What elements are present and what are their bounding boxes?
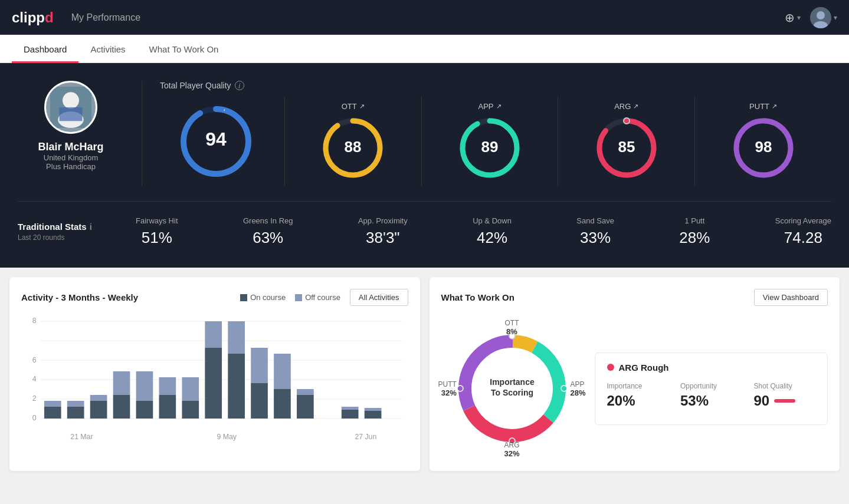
add-button[interactable]: ⊕ ▾ [785,11,801,25]
stat-items: Fairways Hit 51% Greens In Reg 63% App. … [136,216,831,247]
opportunity-label: Opportunity [680,382,742,390]
scoring-average-value: 74.28 [775,229,831,247]
fairways-hit-value: 51% [136,229,178,247]
svg-rect-60 [297,389,314,395]
up-down-value: 42% [473,229,512,247]
add-chevron: ▾ [797,14,801,22]
legend-on-course-icon [240,294,247,301]
svg-rect-38 [44,401,61,407]
header: clippd My Performance ⊕ ▾ ▾ [0,0,849,35]
hero-top: Blair McHarg United Kingdom Plus Handica… [18,81,831,186]
chart-title: Activity - 3 Months - Weekly [21,292,138,302]
player-info: Blair McHarg United Kingdom Plus Handica… [18,81,136,186]
header-right: ⊕ ▾ ▾ [785,7,837,28]
svg-text:9 May: 9 May [217,433,237,441]
arg-arrow: ↗ [633,103,638,110]
svg-rect-58 [274,354,291,389]
svg-rect-56 [251,348,268,383]
svg-rect-24 [240,294,247,301]
stat-scoring-average: Scoring Average 74.28 [775,216,831,247]
putt-label: PUTT ↗ [749,102,777,111]
player-country: United Kingdom [44,153,99,162]
gauge-app-svg: 89 [457,116,522,180]
svg-rect-55 [251,383,268,419]
svg-text:21 Mar: 21 Mar [70,433,93,441]
app-proximity-label: App. Proximity [358,216,408,225]
tab-activities[interactable]: Activities [78,37,137,63]
all-activities-button[interactable]: All Activities [350,289,408,306]
chart-header-right: On course Off course All Activities [240,289,408,306]
gauge-app: APP ↗ 89 [422,96,559,186]
stat-label-block: Traditional Stats i Last 20 rounds [18,222,136,242]
shot-quality-value: 90 [754,393,770,409]
svg-text:2: 2 [32,394,37,403]
svg-rect-41 [90,401,107,419]
svg-rect-40 [67,401,84,407]
putt-label-text: PUTT [749,102,769,111]
wtwon-header: What To Work On View Dashboard [441,289,828,306]
app-donut-label: APP 28% [570,380,585,397]
detail-dot [607,364,614,371]
app-label-text: APP [478,102,493,111]
svg-text:8: 8 [32,317,37,325]
greens-in-reg-value: 63% [243,229,293,247]
player-photo [50,87,91,128]
svg-rect-46 [136,371,153,401]
legend-on-course-label: On course [250,293,286,302]
chart-svg: 8 6 4 2 0 [21,315,408,451]
metric-importance: Importance 20% [607,382,669,409]
svg-rect-49 [182,401,199,419]
player-avatar [44,81,97,134]
svg-rect-43 [113,395,130,419]
1-putt-value: 28% [679,229,710,247]
tab-dashboard[interactable]: Dashboard [12,37,78,63]
trad-stats-info-icon[interactable]: i [90,222,92,232]
ott-donut-label: OTT 8% [505,319,519,336]
detail-card: ARG Rough Importance 20% Opportunity 53%… [595,353,828,425]
tab-bar: Dashboard Activities What To Work On [0,35,849,63]
tab-what-to-work-on[interactable]: What To Work On [137,37,231,63]
stat-fairways-hit: Fairways Hit 51% [136,216,178,247]
putt-donut-label: PUTT 32% [438,380,457,397]
gauge-putt-svg: 98 [731,116,796,180]
opportunity-value: 53% [680,393,742,409]
user-chevron: ▾ [834,14,837,22]
gauge-arg-svg: 85 [594,116,659,180]
view-dashboard-button[interactable]: View Dashboard [754,289,828,306]
svg-rect-42 [90,395,107,401]
app-proximity-value: 38'3" [358,229,408,247]
svg-rect-62 [342,407,359,410]
stat-app-proximity: App. Proximity 38'3" [358,216,408,247]
stat-sand-save: Sand Save 33% [576,216,614,247]
detail-metrics: Importance 20% Opportunity 53% Shot Qual… [607,382,816,409]
player-name: Blair McHarg [38,141,103,153]
metric-opportunity: Opportunity 53% [680,382,742,409]
quality-info-icon[interactable]: i [235,81,244,90]
gauge-total-svg: 94 [178,103,254,180]
legend-on-course: On course [240,293,286,302]
detail-card-title: ARG Rough [607,363,816,373]
legend-off-course-label: Off course [305,293,340,302]
svg-rect-6 [60,107,83,121]
svg-rect-54 [228,321,245,354]
sand-save-value: 33% [576,229,614,247]
svg-rect-50 [182,377,199,401]
stat-greens-in-reg: Greens In Reg 63% [243,216,293,247]
shot-quality-bar [774,399,798,403]
svg-text:94: 94 [206,129,227,150]
svg-rect-37 [44,407,61,419]
svg-rect-45 [136,401,153,419]
user-menu[interactable]: ▾ [810,7,837,28]
donut-svg: Importance To Scoring [441,318,583,459]
svg-rect-64 [365,408,382,411]
svg-text:98: 98 [755,138,772,156]
gauge-total: 94 [148,97,285,186]
stats-row: Traditional Stats i Last 20 rounds Fairw… [18,201,831,247]
1-putt-label: 1 Putt [679,216,710,225]
svg-text:6: 6 [32,356,37,364]
logo-text-d: d [45,9,54,26]
trad-stats-title: Traditional Stats [18,222,87,232]
stat-label-sub: Last 20 rounds [18,233,136,242]
page-title: My Performance [71,12,140,23]
importance-label: Importance [607,382,669,390]
